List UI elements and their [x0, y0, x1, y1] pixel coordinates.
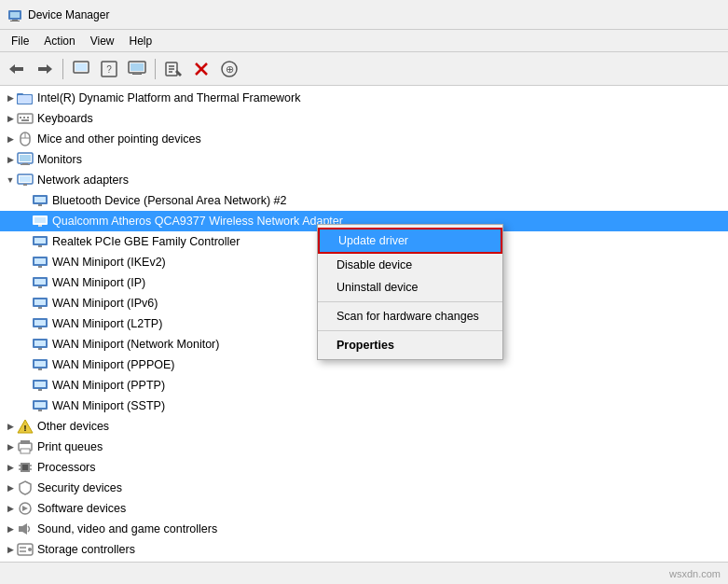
tree-icon-wan-ip: [32, 275, 48, 290]
tree-icon-wan-nm: [32, 337, 48, 352]
update-driver-button[interactable]: ?: [96, 56, 122, 82]
tree-toggle-wan-ip: [19, 276, 32, 289]
svg-rect-37: [20, 155, 31, 161]
tree-toggle-bluetooth: [19, 194, 32, 207]
forward-button[interactable]: [32, 56, 58, 82]
menu-bar: File Action View Help: [0, 30, 728, 52]
ctx-separator-sep1: [318, 301, 502, 302]
svg-rect-74: [34, 402, 46, 408]
tree-icon-wan-l2tp: [32, 316, 48, 331]
svg-rect-80: [21, 449, 30, 453]
tree-label-wan-ipv6: WAN Miniport (IPv6): [52, 297, 158, 310]
svg-rect-3: [10, 21, 20, 21]
tree-toggle-wan-pppoe: [19, 358, 32, 371]
tree-toggle-qualcomm: [19, 215, 32, 228]
svg-rect-82: [22, 465, 28, 470]
ctx-item-disable-device[interactable]: Disable device: [318, 254, 502, 276]
tree-item-other-devices[interactable]: ▶!Other devices: [0, 416, 728, 437]
tree-toggle-mice[interactable]: ▶: [4, 132, 17, 146]
tree-icon-network-adapters: [17, 173, 34, 188]
tree-item-print-queues[interactable]: ▶Print queues: [0, 437, 728, 457]
svg-rect-53: [34, 258, 46, 264]
ctx-item-scan-hardware[interactable]: Scan for hardware changes: [318, 305, 502, 327]
svg-text:?: ?: [106, 64, 112, 75]
svg-rect-29: [20, 117, 21, 118]
svg-text:⊕: ⊕: [226, 63, 234, 75]
tree-icon-wan-ipv6: [32, 296, 48, 311]
tree-item-network-adapters[interactable]: ▼Network adapters: [0, 170, 728, 190]
svg-rect-69: [38, 368, 42, 370]
tree-toggle-intel[interactable]: ▶: [4, 91, 17, 104]
tree-label-qualcomm: Qualcomm Atheros QCA9377 Wireless Networ…: [52, 215, 343, 228]
tree-item-security-devices[interactable]: ▶Security devices: [0, 478, 728, 498]
tree-icon-wan-pppoe: [32, 357, 48, 372]
tree-item-storage[interactable]: ▶Storage controllers: [0, 539, 728, 560]
tree-icon-software-devices: [17, 501, 34, 516]
tree-item-software-devices[interactable]: ▶Software devices: [0, 498, 728, 519]
tree-toggle-network-adapters[interactable]: ▼: [4, 174, 17, 187]
tree-item-keyboards[interactable]: ▶Keyboards: [0, 108, 728, 129]
svg-rect-57: [38, 286, 42, 288]
remove-button[interactable]: [188, 56, 214, 82]
tree-icon-qualcomm: [32, 214, 48, 229]
tree-icon-intel: [17, 90, 34, 105]
tree-icon-keyboards: [17, 111, 34, 126]
svg-rect-79: [21, 440, 30, 444]
tree-icon-storage: [17, 542, 34, 557]
svg-rect-15: [132, 74, 142, 75]
tree-label-other-devices: Other devices: [37, 420, 109, 433]
svg-rect-31: [27, 117, 29, 118]
tree-toggle-wan-ikev2: [19, 256, 32, 269]
tree-item-sound[interactable]: ▶Sound, video and game controllers: [0, 519, 728, 539]
tree-label-wan-l2tp: WAN Miniport (L2TP): [52, 317, 162, 330]
svg-rect-71: [34, 382, 46, 387]
svg-text:!: !: [24, 424, 27, 433]
tree-toggle-software-devices[interactable]: ▶: [4, 502, 17, 515]
svg-point-91: [28, 548, 32, 551]
tree-toggle-storage[interactable]: ▶: [4, 543, 17, 556]
scan-button[interactable]: [160, 56, 186, 82]
tree-icon-processors: [17, 460, 34, 475]
tree-item-monitors[interactable]: ▶Monitors: [0, 149, 728, 170]
back-button[interactable]: [4, 56, 30, 82]
svg-rect-88: [19, 526, 22, 532]
menu-file[interactable]: File: [4, 33, 36, 49]
tree-toggle-monitors[interactable]: ▶: [4, 153, 17, 166]
tree-item-mice[interactable]: ▶Mice and other pointing devices: [0, 129, 728, 149]
menu-view[interactable]: View: [83, 33, 122, 49]
tree-icon-print-queues: [17, 439, 34, 454]
tree-item-processors[interactable]: ▶Processors: [0, 457, 728, 478]
menu-help[interactable]: Help: [122, 33, 160, 49]
svg-rect-9: [76, 63, 87, 71]
tree-toggle-security-devices[interactable]: ▶: [4, 481, 17, 494]
svg-rect-39: [21, 164, 30, 165]
tree-item-wan-pptp[interactable]: WAN Miniport (PPTP): [0, 375, 728, 396]
tree-toggle-keyboards[interactable]: ▶: [4, 112, 17, 125]
tree-toggle-wan-l2tp: [19, 317, 32, 330]
svg-rect-62: [34, 320, 46, 326]
tree-item-bluetooth[interactable]: Bluetooth Device (Personal Area Network)…: [0, 190, 728, 211]
tree-item-wan-sstp[interactable]: WAN Miniport (SSTP): [0, 396, 728, 416]
tree-label-storage: Storage controllers: [37, 543, 135, 556]
status-bar: wsxdn.com: [0, 562, 728, 584]
ctx-item-update-driver[interactable]: Update driver: [318, 228, 502, 254]
svg-rect-50: [34, 238, 46, 243]
properties-button[interactable]: [68, 56, 94, 82]
tree-label-sound: Sound, video and game controllers: [37, 522, 217, 535]
svg-rect-63: [38, 327, 42, 329]
tree-toggle-processors[interactable]: ▶: [4, 461, 17, 474]
tree-toggle-print-queues[interactable]: ▶: [4, 440, 17, 453]
tree-item-intel[interactable]: ▶Intel(R) Dynamic Platform and Thermal F…: [0, 88, 728, 108]
tree-toggle-wan-ipv6: [19, 297, 32, 310]
display-button[interactable]: [124, 56, 150, 82]
tree-toggle-sound[interactable]: ▶: [4, 522, 17, 535]
menu-action[interactable]: Action: [36, 33, 82, 49]
svg-rect-56: [34, 279, 46, 285]
tree-label-bluetooth: Bluetooth Device (Personal Area Network)…: [52, 194, 287, 207]
svg-marker-89: [22, 523, 27, 535]
ctx-item-uninstall-device[interactable]: Uninstall device: [318, 276, 502, 299]
ctx-item-properties[interactable]: Properties: [318, 334, 502, 356]
tree-icon-monitors: [17, 152, 34, 167]
tree-toggle-other-devices[interactable]: ▶: [4, 420, 17, 433]
download-button[interactable]: ⊕: [216, 56, 242, 82]
